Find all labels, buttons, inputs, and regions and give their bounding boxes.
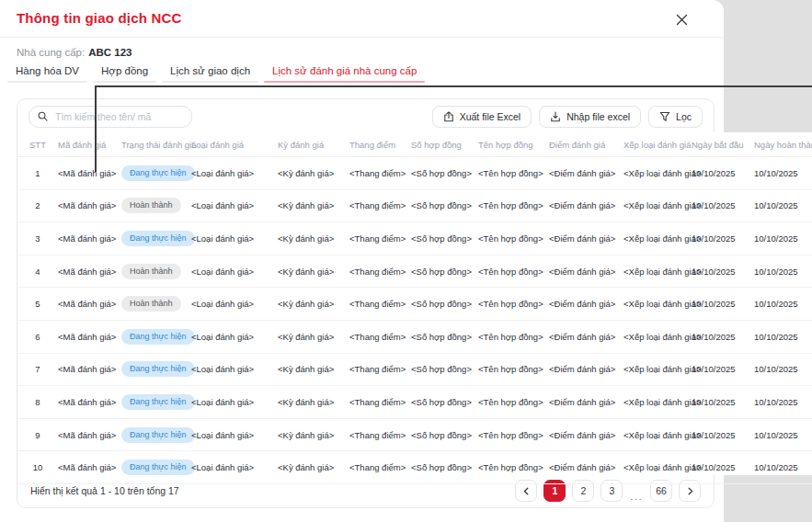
cell-loai-danh-gia: <Loại đánh giá>: [191, 222, 278, 255]
cell-stt: 8: [17, 386, 58, 419]
cell-thang-diem: <Thang điểm>: [349, 255, 411, 288]
cell-stt: 7: [17, 353, 58, 386]
cell-ngay-hoan-thanh: 10/10/2025: [754, 255, 812, 288]
cell-diem-danh-gia: <Điểm đánh giá>: [549, 157, 623, 190]
cell-ky-danh-gia: <Kỳ đánh giá>: [278, 189, 349, 222]
column-header-ky-danh-gia: Kỳ đánh giá: [278, 132, 349, 157]
supplier-label: Nhà cung cấp:: [17, 47, 85, 58]
cell-ky-danh-gia: <Kỳ đánh giá>: [278, 418, 349, 451]
cell-ngay-hoan-thanh: 10/10/2025: [754, 451, 812, 484]
table-row[interactable]: 9<Mã đánh giá>Đang thực hiện<Loại đánh g…: [17, 418, 812, 451]
cell-so-hop-dong: <Số hợp đồng>: [411, 288, 478, 321]
annotation-line-horizontal: [95, 85, 812, 87]
cell-ma-danh-gia[interactable]: <Mã đánh giá>: [58, 386, 121, 419]
cell-so-hop-dong: <Số hợp đồng>: [411, 222, 478, 255]
cell-stt: 4: [17, 255, 58, 288]
cell-ngay-bat-dau: 10/10/2025: [692, 320, 754, 353]
cell-ky-danh-gia: <Kỳ đánh giá>: [278, 320, 349, 353]
cell-ngay-hoan-thanh: 10/10/2025: [754, 157, 812, 190]
cell-ma-danh-gia[interactable]: <Mã đánh giá>: [58, 222, 121, 255]
cell-ma-danh-gia[interactable]: <Mã đánh giá>: [58, 157, 121, 190]
cell-trang-thai: Đang thực hiện: [121, 222, 191, 255]
cell-ma-danh-gia[interactable]: <Mã đánh giá>: [58, 353, 121, 386]
tab-hang-hoa-dv[interactable]: Hàng hóa DV: [7, 65, 87, 83]
table-row[interactable]: 5<Mã đánh giá>Hoàn thành<Loại đánh giá><…: [17, 288, 812, 321]
column-header-ma-danh-gia: Mã đánh giá: [58, 132, 121, 157]
cell-thang-diem: <Thang điểm>: [349, 222, 411, 255]
cell-loai-danh-gia: <Loại đánh giá>: [191, 189, 278, 222]
search-box[interactable]: [29, 106, 192, 128]
cell-loai-danh-gia: <Loại đánh giá>: [191, 255, 278, 288]
filter-label: Lọc: [676, 111, 692, 122]
cell-diem-danh-gia: <Điểm đánh giá>: [549, 222, 623, 255]
search-input[interactable]: [53, 110, 183, 123]
cell-diem-danh-gia: <Điểm đánh giá>: [549, 255, 623, 288]
cell-trang-thai: Đang thực hiện: [121, 320, 191, 353]
cell-ma-danh-gia[interactable]: <Mã đánh giá>: [58, 255, 121, 288]
table-row[interactable]: 2<Mã đánh giá>Hoàn thành<Loại đánh giá><…: [17, 189, 812, 222]
table-row[interactable]: 10<Mã đánh giá>Đang thực hiện<Loại đánh …: [17, 451, 812, 484]
status-badge: Đang thực hiện: [121, 329, 195, 345]
tab-lich-su-giao-dich[interactable]: Lịch sử giao dịch: [162, 65, 258, 83]
table-row[interactable]: 3<Mã đánh giá>Đang thực hiện<Loại đánh g…: [17, 222, 812, 255]
cell-ngay-hoan-thanh: 10/10/2025: [754, 222, 812, 255]
cell-so-hop-dong: <Số hợp đồng>: [411, 386, 478, 419]
tab-hop-dong[interactable]: Hợp đồng: [93, 65, 156, 83]
cell-stt: 1: [17, 157, 58, 190]
table-row[interactable]: 1<Mã đánh giá>Đang thực hiện<Loại đánh g…: [17, 157, 812, 190]
status-badge: Đang thực hiện: [121, 231, 195, 246]
table-row[interactable]: 7<Mã đánh giá>Đang thực hiện<Loại đánh g…: [17, 353, 812, 386]
cell-stt: 10: [17, 451, 58, 484]
cell-thang-diem: <Thang điểm>: [349, 353, 411, 386]
status-badge: Đang thực hiện: [121, 427, 195, 443]
cell-ten-hop-dong: <Tên hợp đồng>: [478, 320, 549, 353]
filter-button[interactable]: Lọc: [648, 106, 703, 128]
cell-so-hop-dong: <Số hợp đồng>: [411, 157, 478, 190]
status-badge: Đang thực hiện: [121, 165, 195, 181]
cell-loai-danh-gia: <Loại đánh giá>: [191, 418, 278, 451]
cell-so-hop-dong: <Số hợp đồng>: [411, 451, 478, 484]
cell-ngay-bat-dau: 10/10/2025: [692, 288, 754, 321]
cell-ngay-bat-dau: 10/10/2025: [692, 353, 754, 386]
cell-ngay-hoan-thanh: 10/10/2025: [754, 353, 812, 386]
cell-ma-danh-gia[interactable]: <Mã đánh giá>: [58, 320, 121, 353]
table-row[interactable]: 8<Mã đánh giá>Đang thực hiện<Loại đánh g…: [17, 386, 812, 419]
column-header-xep-loai: Xếp loại đánh giá: [623, 132, 692, 157]
status-badge: Hoàn thành: [121, 296, 181, 312]
cell-trang-thai: Hoàn thành: [121, 288, 191, 321]
cell-ngay-bat-dau: 10/10/2025: [692, 451, 754, 484]
modal-title: Thông tin giao dịch NCC: [17, 10, 182, 26]
cell-thang-diem: <Thang điểm>: [349, 189, 411, 222]
results-summary: Hiển thị kết quả 1 - 10 trên tổng 17: [30, 485, 179, 496]
cell-trang-thai: Hoàn thành: [121, 189, 191, 222]
column-header-loai-danh-gia: Loại đánh giá: [191, 132, 278, 157]
table-body: 1<Mã đánh giá>Đang thực hiện<Loại đánh g…: [17, 157, 812, 484]
cell-ten-hop-dong: <Tên hợp đồng>: [478, 451, 549, 484]
export-excel-button[interactable]: Xuất file Excel: [432, 106, 532, 128]
table-row[interactable]: 4<Mã đánh giá>Hoàn thành<Loại đánh giá><…: [17, 255, 812, 288]
column-header-ten-hop-dong: Tên hợp đồng: [478, 132, 549, 157]
column-header-so-hop-dong: Số hợp đồng: [411, 132, 478, 157]
cell-ngay-hoan-thanh: 10/10/2025: [754, 386, 812, 419]
cell-ky-danh-gia: <Kỳ đánh giá>: [278, 451, 349, 484]
toolbar-buttons: Xuất file Excel Nhập file excel Lọc: [432, 106, 703, 128]
cell-so-hop-dong: <Số hợp đồng>: [411, 418, 478, 451]
cell-xep-loai-danh-gia: <Xếp loại đánh giá>: [623, 288, 692, 321]
cell-thang-diem: <Thang điểm>: [349, 320, 411, 353]
cell-thang-diem: <Thang điểm>: [349, 288, 411, 321]
column-header-trang-thai: Trạng thái đánh giá: [121, 132, 191, 157]
cell-ma-danh-gia[interactable]: <Mã đánh giá>: [58, 451, 121, 484]
column-header-thang-diem: Thang điểm: [349, 132, 411, 157]
cell-diem-danh-gia: <Điểm đánh giá>: [549, 451, 623, 484]
close-button[interactable]: [672, 10, 691, 28]
import-excel-button[interactable]: Nhập file excel: [539, 106, 641, 128]
tab-bar: Hàng hóa DV Hợp đồng Lịch sử giao dịch L…: [7, 65, 425, 83]
cell-ngay-bat-dau: 10/10/2025: [692, 386, 754, 419]
cell-ma-danh-gia[interactable]: <Mã đánh giá>: [58, 288, 121, 321]
cell-ma-danh-gia[interactable]: <Mã đánh giá>: [58, 418, 121, 451]
cell-loai-danh-gia: <Loại đánh giá>: [191, 353, 278, 386]
close-icon: [676, 14, 688, 26]
table-row[interactable]: 6<Mã đánh giá>Đang thực hiện<Loại đánh g…: [17, 320, 812, 353]
tab-lich-su-danh-gia-nha-cung-cap[interactable]: Lịch sử đánh giá nhà cung cấp: [264, 65, 425, 83]
cell-ma-danh-gia[interactable]: <Mã đánh giá>: [58, 189, 121, 222]
